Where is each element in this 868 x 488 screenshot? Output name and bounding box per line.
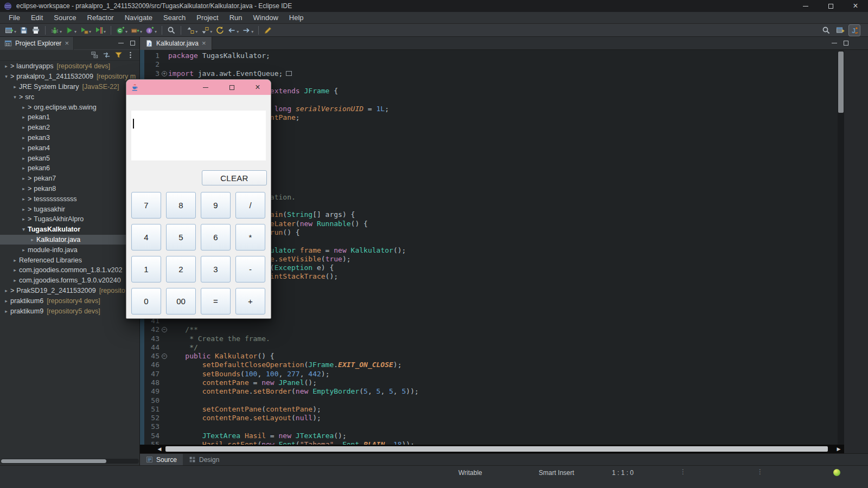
scroll-right-arrow-icon[interactable] <box>834 446 843 452</box>
tree-item-pekan7[interactable]: >pekan7 <box>0 174 139 184</box>
expand-arrow-icon[interactable] <box>20 135 28 140</box>
close-view-icon[interactable] <box>65 40 69 47</box>
collapse-arrow-icon[interactable] <box>11 94 19 100</box>
toolbar-external-tools-button[interactable] <box>78 24 93 36</box>
menu-search[interactable]: Search <box>158 12 191 23</box>
menu-run[interactable]: Run <box>224 12 248 23</box>
scroll-left-arrow-icon[interactable] <box>155 446 164 452</box>
toolbar-search-button[interactable] <box>820 24 832 36</box>
expand-arrow-icon[interactable] <box>20 156 28 161</box>
expand-arrow-icon[interactable] <box>11 278 19 283</box>
tree-item-laundryapps[interactable]: >laundryapps[repository4 devs] <box>0 61 139 72</box>
minimize-editor-icon[interactable] <box>832 43 837 43</box>
menu-window[interactable]: Window <box>248 12 284 23</box>
toolbar-new-class-button[interactable]: C <box>114 24 129 36</box>
scrollbar-thumb[interactable] <box>838 52 844 113</box>
calc-key-0[interactable]: 0 <box>131 288 161 314</box>
dropdown-arrow-icon[interactable] <box>154 25 157 35</box>
calculator-close-button[interactable] <box>245 80 271 95</box>
explorer-collapse-all-button[interactable] <box>91 51 99 59</box>
expand-arrow-icon[interactable] <box>20 114 28 120</box>
expand-arrow-icon[interactable] <box>2 309 10 314</box>
calc-key-5[interactable]: 5 <box>166 224 196 251</box>
calc-key-3[interactable]: 3 <box>201 256 231 282</box>
toolbar-prev-annotation-button[interactable] <box>184 24 199 36</box>
scrollbar-thumb[interactable] <box>165 446 828 452</box>
calc-key-equals[interactable]: = <box>201 288 231 314</box>
expand-arrow-icon[interactable] <box>11 84 19 89</box>
expand-arrow-icon[interactable] <box>20 145 28 151</box>
tree-item-tugasakhiralpro[interactable]: >TugasAkhirAlpro <box>0 214 139 224</box>
expand-arrow-icon[interactable] <box>2 288 10 293</box>
tab-source[interactable]: Source <box>140 454 183 466</box>
editor-vertical-scrollbar[interactable] <box>838 52 844 445</box>
window-maximize-button[interactable] <box>818 0 843 12</box>
tree-item-pekan4[interactable]: pekan4 <box>0 143 139 153</box>
toolbar-next-annotation-button[interactable] <box>199 24 214 36</box>
toolbar-coverage-button[interactable] <box>93 24 107 36</box>
collapsed-imports-icon[interactable] <box>286 71 292 76</box>
toolbar-java-perspective-button[interactable]: J <box>848 24 860 36</box>
menu-project[interactable]: Project <box>191 12 224 23</box>
toolbar-last-edit-button[interactable] <box>214 24 226 36</box>
dropdown-arrow-icon[interactable] <box>14 25 16 35</box>
calculator-titlebar[interactable] <box>126 80 271 95</box>
tab-kalkulator-java[interactable]: J Kalkulator.java <box>140 37 212 50</box>
expand-arrow-icon[interactable] <box>28 237 36 242</box>
expand-arrow-icon[interactable] <box>20 105 28 110</box>
calculator-maximize-button[interactable] <box>219 80 245 95</box>
tree-item-pekan2[interactable]: pekan2 <box>0 123 139 133</box>
clear-button[interactable]: CLEAR <box>202 170 267 185</box>
tree-item-src[interactable]: >src <box>0 92 139 102</box>
calc-key-7[interactable]: 7 <box>131 192 161 219</box>
expand-arrow-icon[interactable] <box>20 176 28 181</box>
calc-key-2[interactable]: 2 <box>166 256 196 282</box>
explorer-horizontal-scrollbar[interactable] <box>1 459 139 464</box>
tree-item-tesssssssssss[interactable]: >tesssssssssss <box>0 194 139 204</box>
collapse-fold-icon[interactable]: − <box>162 327 167 332</box>
calculator-minimize-button[interactable] <box>193 80 219 95</box>
tree-item-tugasakhir[interactable]: >tugasakhir <box>0 204 139 214</box>
expand-arrow-icon[interactable] <box>2 63 10 69</box>
toolbar-new-package-button[interactable] <box>129 24 144 36</box>
window-close-button[interactable] <box>843 0 868 12</box>
expand-fold-icon[interactable]: + <box>162 71 167 76</box>
dropdown-arrow-icon[interactable] <box>59 25 62 35</box>
menu-file[interactable]: File <box>3 12 25 23</box>
calc-key-00[interactable]: 00 <box>166 288 196 314</box>
window-minimize-button[interactable] <box>793 0 818 12</box>
expand-arrow-icon[interactable] <box>20 207 28 212</box>
tree-item-com-jgoodies-common-1-8-1-v202[interactable]: com.jgoodies.common_1.8.1.v202 <box>0 265 139 275</box>
menu-edit[interactable]: Edit <box>25 12 48 23</box>
dropdown-arrow-icon[interactable] <box>103 25 106 35</box>
toolbar-run-button[interactable] <box>63 24 78 36</box>
expand-arrow-icon[interactable] <box>11 267 19 273</box>
toolbar-print-button[interactable] <box>30 24 42 36</box>
minimize-view-icon[interactable] <box>118 43 124 43</box>
calc-key-multiply[interactable]: * <box>235 224 265 251</box>
toolbar-debug-button[interactable] <box>49 24 63 36</box>
maximize-view-icon[interactable] <box>130 41 135 46</box>
tree-item-jre-system-library[interactable]: JRE System Library[JavaSE-22] <box>0 82 139 92</box>
dropdown-arrow-icon[interactable] <box>88 25 91 35</box>
calc-key-6[interactable]: 6 <box>201 224 231 251</box>
expand-arrow-icon[interactable] <box>20 247 28 253</box>
tab-project-explorer[interactable]: Project Explorer <box>0 37 74 50</box>
toolbar-back-button[interactable] <box>226 24 240 36</box>
tree-item-pekan6[interactable]: pekan6 <box>0 163 139 174</box>
tree-item-prakalpro-1-2411532009[interactable]: >prakalpro_1_2411532009[repository m <box>0 72 139 82</box>
expand-arrow-icon[interactable] <box>20 216 28 222</box>
expand-arrow-icon[interactable] <box>20 125 28 130</box>
expand-arrow-icon[interactable] <box>2 298 10 304</box>
tree-item-pekan3[interactable]: pekan3 <box>0 133 139 143</box>
collapse-arrow-icon[interactable] <box>20 227 28 232</box>
scrollbar-thumb[interactable] <box>1 459 106 463</box>
tree-item-tugaskalkulator[interactable]: TugasKalkulator <box>0 224 139 235</box>
explorer-link-editor-button[interactable] <box>103 51 111 59</box>
collapse-fold-icon[interactable]: − <box>162 354 167 359</box>
progress-indicator-icon[interactable] <box>833 469 840 476</box>
tree-item-pekan5[interactable]: pekan5 <box>0 153 139 163</box>
menu-refactor[interactable]: Refactor <box>82 12 119 23</box>
toolbar-pencil-button[interactable] <box>262 24 274 36</box>
tree-item-org-eclipse-wb-swing[interactable]: >org.eclipse.wb.swing <box>0 102 139 112</box>
